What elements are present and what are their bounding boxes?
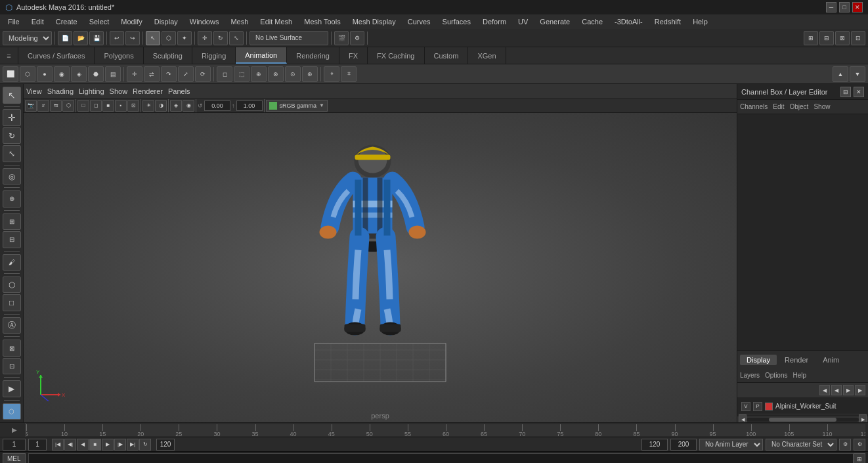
command-history-button[interactable]: ⊞	[854, 453, 865, 464]
menu-mesh-display[interactable]: Mesh Display	[347, 16, 401, 27]
render-button[interactable]: 🎬	[334, 31, 349, 45]
viewport-menu-renderer[interactable]: Renderer	[133, 87, 163, 95]
shelf-btn-1[interactable]: ⬜	[3, 66, 18, 82]
menu-select[interactable]: Select	[84, 16, 115, 27]
tab-menu-icon[interactable]: ≡	[0, 47, 18, 64]
timeline-ruler[interactable]: 5101520253035404550556065707580859095100…	[26, 424, 865, 436]
shelf-btn-8[interactable]: ✛	[127, 66, 142, 82]
viewport-menu-panels[interactable]: Panels	[168, 87, 190, 95]
extra-tool-2[interactable]: ⊡	[3, 358, 21, 375]
vp-sync-btn[interactable]: ⇆	[50, 100, 62, 112]
show-manipulator-button[interactable]: ⊕	[3, 190, 21, 208]
scroll-right-button[interactable]: ▶	[859, 414, 867, 423]
menu-generate[interactable]: Generate	[534, 16, 575, 27]
maximize-button[interactable]: □	[839, 2, 850, 12]
char-settings-button[interactable]: ⚙	[854, 439, 865, 451]
vp-wire-btn[interactable]: □	[77, 100, 89, 112]
paint-select-button[interactable]: ✦	[177, 31, 192, 45]
viewport-menu-lighting[interactable]: Lighting	[79, 87, 104, 95]
tab-fx-caching[interactable]: FX Caching	[368, 47, 424, 64]
rubber-band-button[interactable]: □	[3, 294, 21, 311]
le-btn-3[interactable]: ▶	[843, 385, 854, 395]
shelf-btn-19[interactable]: ⌖	[324, 66, 339, 82]
vp-shadow-btn[interactable]: ◑	[155, 100, 167, 112]
undo-button[interactable]: ↩	[110, 31, 124, 45]
menu-windows[interactable]: Windows	[184, 16, 225, 27]
vp-light-btn[interactable]: ☀	[142, 100, 154, 112]
open-file-button[interactable]: 📂	[74, 31, 88, 45]
vp-bounding-box-btn[interactable]: ⊡	[127, 100, 139, 112]
tab-fx[interactable]: FX	[339, 47, 368, 64]
save-file-button[interactable]: 💾	[89, 31, 104, 45]
vp-isolate-btn[interactable]: ⬡	[62, 100, 74, 112]
le-btn-4[interactable]: ▶	[855, 385, 865, 395]
cb-object-menu[interactable]: Object	[790, 103, 809, 110]
vp-grid-btn[interactable]: #	[37, 100, 49, 112]
menu-uv[interactable]: UV	[513, 16, 533, 27]
viewport-menu-shading[interactable]: Shading	[47, 87, 74, 95]
no-character-set-dropdown[interactable]: No Character Set	[766, 439, 836, 451]
paint-tool-button[interactable]: 🖌	[3, 254, 21, 271]
lasso-button[interactable]: ⬡	[3, 276, 21, 294]
menu-mesh[interactable]: Mesh	[225, 16, 253, 27]
snap-to-point-button[interactable]: ⊟	[3, 231, 21, 248]
no-live-surface-button[interactable]: No Live Surface	[250, 31, 328, 45]
menu-cache[interactable]: Cache	[576, 16, 608, 27]
cb-show-menu[interactable]: Show	[814, 103, 830, 110]
shelf-btn-15[interactable]: ⊕	[251, 66, 267, 82]
title-bar-controls[interactable]: ─ □ ✕	[826, 2, 863, 12]
scale-mode-button[interactable]: ⤡	[3, 145, 21, 162]
layer-scrollbar[interactable]: ◀ ▶	[737, 416, 868, 422]
menu-curves[interactable]: Curves	[402, 16, 436, 27]
go-start-button[interactable]: |◀	[52, 439, 64, 451]
shelf-btn-7[interactable]: ▤	[105, 66, 121, 82]
tab-rigging[interactable]: Rigging	[192, 47, 236, 64]
select-tool-button[interactable]: ↖	[146, 31, 160, 45]
layer-scroll-thumb[interactable]	[769, 418, 836, 422]
no-anim-layer-dropdown[interactable]: No Anim Layer	[699, 439, 763, 451]
snap-to-grid-button[interactable]: ⊞	[3, 213, 21, 231]
tab-sculpting[interactable]: Sculpting	[144, 47, 192, 64]
layout-button-1[interactable]: ⊞	[804, 31, 818, 45]
menu-modify[interactable]: Modify	[116, 16, 147, 27]
cb-channels-menu[interactable]: Channels	[740, 103, 768, 110]
layer-p-button[interactable]: P	[753, 402, 762, 411]
playblast-button[interactable]: ▶	[3, 380, 21, 397]
menu-edit[interactable]: Edit	[26, 16, 49, 27]
shelf-btn-14[interactable]: ⬚	[234, 66, 250, 82]
shelf-btn-3[interactable]: ●	[37, 66, 53, 82]
menu-display[interactable]: Display	[149, 16, 183, 27]
tab-custom[interactable]: Custom	[425, 47, 469, 64]
rotate-mode-button[interactable]: ↻	[3, 127, 21, 144]
close-button[interactable]: ✕	[852, 2, 863, 12]
soft-select-button[interactable]: ◎	[3, 168, 21, 185]
menu-create[interactable]: Create	[51, 16, 83, 27]
le-help-menu[interactable]: Help	[792, 372, 806, 379]
cb-edit-menu[interactable]: Edit	[773, 103, 784, 110]
le-layers-menu[interactable]: Layers	[740, 372, 760, 379]
viewport-menu-view[interactable]: View	[26, 87, 42, 95]
lasso-select-button[interactable]: ⬡	[162, 31, 176, 45]
quicksel-button[interactable]: ⬡	[3, 403, 21, 420]
menu-deform[interactable]: Deform	[477, 16, 511, 27]
shelf-btn-18[interactable]: ⊛	[302, 66, 318, 82]
tab-rendering[interactable]: Rendering	[287, 47, 339, 64]
menu-mesh-tools[interactable]: Mesh Tools	[299, 16, 345, 27]
shelf-btn-9[interactable]: ⇌	[144, 66, 160, 82]
annotate-button[interactable]: Ⓐ	[3, 317, 21, 334]
playback-end-input[interactable]	[670, 439, 697, 451]
shelf-btn-6[interactable]: ⬣	[88, 66, 104, 82]
layer-tab-display[interactable]: Display	[740, 355, 777, 365]
color-profile-selector[interactable]: sRGB gamma ▼	[266, 100, 328, 112]
next-frame-button[interactable]: |▶	[114, 439, 126, 451]
layer-scroll-track[interactable]	[747, 418, 859, 422]
scroll-left-button[interactable]: ◀	[739, 414, 747, 423]
viewport-canvas[interactable]: X Y Z persp	[24, 113, 737, 422]
layer-v-button[interactable]: V	[741, 402, 750, 411]
menu-surfaces[interactable]: Surfaces	[437, 16, 476, 27]
shelf-btn-10[interactable]: ↷	[161, 66, 177, 82]
shelf-scroll-up[interactable]: ▲	[833, 66, 848, 82]
menu-3dtoall[interactable]: -3DtoAll-	[609, 16, 648, 27]
move-tool-button[interactable]: ✛	[198, 31, 212, 45]
shelf-btn-16[interactable]: ⊗	[268, 66, 284, 82]
